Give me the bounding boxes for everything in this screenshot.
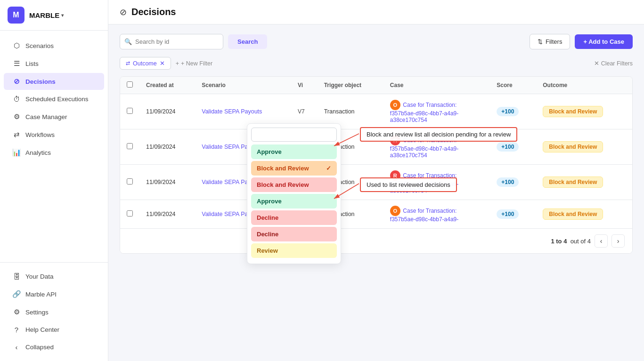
content-area: 🔍 Search ⇅ Filters + Add to Case ⇄ Outco…: [108, 24, 644, 361]
sidebar-item-label: Marble API: [25, 291, 57, 298]
filter-tag-icon: ⇄: [126, 60, 130, 66]
sidebar-item-scheduled-executions[interactable]: ⏱ Scheduled Executions: [4, 91, 104, 107]
score-badge: +100: [497, 209, 519, 219]
sidebar-item-your-data[interactable]: 🗄 Your Data: [4, 268, 104, 285]
add-to-case-button[interactable]: + Add to Case: [575, 34, 633, 49]
dropdown-search-input[interactable]: [251, 128, 337, 142]
filter-tag-label: Outcome: [133, 60, 157, 67]
sidebar-item-workflows[interactable]: ⇄ Workflows: [4, 126, 104, 143]
sidebar-bottom: 🗄 Your Data 🔗 Marble API ⚙ Settings ? He…: [0, 262, 108, 361]
dropdown-item-label: Approve: [257, 148, 282, 155]
row-score: +100: [490, 200, 536, 229]
sidebar-item-lists[interactable]: ☰ Lists: [4, 55, 104, 72]
sidebar-item-collapsed[interactable]: ‹ Collapsed: [4, 339, 104, 355]
sidebar-header[interactable]: M MARBLE ▾: [0, 0, 108, 31]
outcome-badge: Block and Review: [543, 176, 603, 188]
sidebar-nav: ⬡ Scenarios ☰ Lists ⊘ Decisions ⏱ Schedu…: [0, 31, 108, 262]
dropdown-item-block-review-1[interactable]: Block and Review ✓: [251, 161, 337, 176]
score-badge: +100: [497, 177, 519, 187]
sidebar-item-scenarios[interactable]: ⬡ Scenarios: [4, 37, 104, 54]
pagination-next-button[interactable]: ›: [611, 234, 625, 248]
sidebar-item-label: Scheduled Executions: [25, 96, 89, 103]
collapse-icon: ‹: [12, 343, 21, 351]
table-row: 11/09/2024 Validate SEPA Payouts V7 Tran…: [120, 94, 632, 129]
decisions-icon: ⊘: [12, 77, 21, 86]
marble-api-icon: 🔗: [12, 290, 21, 298]
outcome-badge: Block and Review: [543, 141, 603, 152]
row-checkbox-cell: [120, 200, 139, 229]
search-input-wrap: 🔍: [120, 34, 223, 49]
dropdown-item-approve-1[interactable]: Approve: [251, 144, 337, 159]
scheduled-executions-icon: ⏱: [12, 95, 21, 103]
row-created-at: 11/09/2024: [139, 94, 195, 129]
dropdown-item-label: Review: [257, 247, 278, 254]
page-icon: ⊘: [120, 7, 127, 17]
table-header-row: Created at Scenario Vi Trigger object Ca…: [120, 77, 632, 94]
row-checkbox-cell: [120, 94, 139, 129]
outcome-dropdown: Approve Block and Review ✓ Block and Rev…: [247, 123, 341, 264]
select-all-checkbox[interactable]: [127, 81, 133, 88]
search-input[interactable]: [120, 34, 223, 49]
search-bar: 🔍 Search ⇅ Filters + Add to Case: [120, 34, 633, 49]
pagination-range: 1 to 4 out of 4: [551, 238, 591, 245]
decisions-table-inner: Created at Scenario Vi Trigger object Ca…: [120, 77, 632, 228]
sidebar-item-marble-api[interactable]: 🔗 Marble API: [4, 286, 104, 303]
workflows-icon: ⇄: [12, 130, 21, 139]
avatar: R: [390, 170, 400, 181]
sidebar-item-case-manager[interactable]: ⚙ Case Manager: [4, 108, 104, 125]
clear-icon: ✕: [594, 60, 599, 67]
col-trigger-object: Trigger object: [318, 77, 383, 94]
dropdown-item-label: Block and Review: [257, 181, 309, 188]
settings-icon: ⚙: [12, 308, 21, 316]
col-outcome: Outcome: [536, 77, 632, 94]
filters-button[interactable]: ⇅ Filters: [530, 34, 570, 49]
row-checkbox[interactable]: [127, 178, 133, 185]
dropdown-item-label: Decline: [257, 231, 278, 238]
search-left: 🔍 Search: [120, 34, 267, 49]
sidebar-item-label: Decisions: [25, 78, 56, 85]
sidebar-item-label: Help Center: [25, 326, 59, 333]
sidebar-item-settings[interactable]: ⚙ Settings: [4, 304, 104, 321]
row-outcome: Block and Review: [536, 165, 632, 200]
row-case: R Case for Transaction:f357b5ae-d98c-4bb…: [383, 129, 490, 165]
main-content: ⊘ Decisions 🔍 Search ⇅ Filters + Add to …: [108, 0, 644, 361]
outcome-filter-tag[interactable]: ⇄ Outcome ✕: [120, 57, 171, 70]
pagination-prev-button[interactable]: ‹: [595, 234, 608, 248]
clear-filters-button[interactable]: ✕ Clear Filters: [594, 60, 633, 67]
search-right: ⇅ Filters + Add to Case: [530, 34, 633, 49]
row-score: +100: [490, 129, 536, 165]
filters-icon: ⇅: [538, 38, 543, 45]
dropdown-item-approve-2[interactable]: Approve: [251, 194, 337, 209]
avatar: O: [390, 206, 400, 216]
sidebar-item-label: Collapsed: [25, 344, 54, 351]
scenario-link[interactable]: Validate SEPA Payouts: [202, 108, 262, 115]
sidebar-item-label: Case Manager: [25, 113, 67, 120]
table-row: 11/09/2024 Validate SEPA Payouts V7 Tran…: [120, 165, 632, 200]
dropdown-item-review[interactable]: Review: [251, 243, 337, 258]
filter-tag-close-icon[interactable]: ✕: [160, 60, 165, 67]
sidebar-item-decisions[interactable]: ⊘ Decisions: [4, 73, 104, 90]
sidebar-item-help-center[interactable]: ? Help Center: [4, 321, 104, 338]
sidebar-item-analytics[interactable]: 📊 Analytics: [4, 144, 104, 161]
sidebar-item-label: Scenarios: [25, 42, 54, 49]
row-checkbox[interactable]: [127, 108, 133, 114]
dropdown-item-decline-2[interactable]: Decline: [251, 227, 337, 241]
checkmark-icon: ✓: [326, 165, 331, 172]
score-badge: +100: [497, 107, 519, 116]
col-created-at: Created at: [139, 77, 195, 94]
row-checkbox[interactable]: [127, 143, 133, 149]
row-created-at: 11/09/2024: [139, 165, 195, 200]
col-version: Vi: [291, 77, 318, 94]
row-checkbox[interactable]: [127, 210, 133, 217]
pagination: 1 to 4 out of 4 ‹ ›: [120, 228, 632, 253]
new-filter-button[interactable]: + + New Filter: [176, 60, 212, 67]
row-outcome: Block and Review: [536, 94, 632, 129]
search-icon: 🔍: [124, 38, 132, 45]
chevron-down-icon: ▾: [61, 13, 64, 18]
table-header: Created at Scenario Vi Trigger object Ca…: [120, 77, 632, 94]
row-case: O Case for Transaction:f357b5ae-d98c-4bb…: [383, 200, 490, 229]
topbar: ⊘ Decisions: [108, 0, 644, 24]
search-button[interactable]: Search: [228, 34, 267, 49]
dropdown-item-decline-1[interactable]: Decline: [251, 210, 337, 225]
dropdown-item-block-review-2[interactable]: Block and Review: [251, 177, 337, 192]
